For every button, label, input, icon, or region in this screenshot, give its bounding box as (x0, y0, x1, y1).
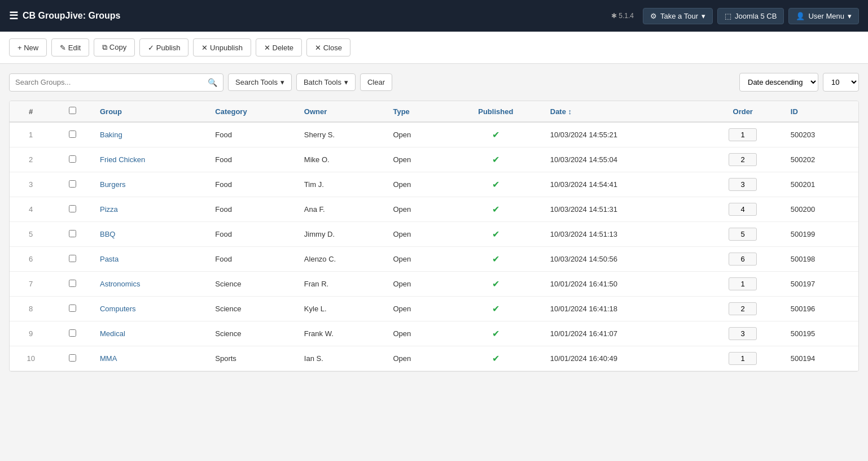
row-order[interactable] (702, 321, 784, 346)
new-button[interactable]: + New (9, 38, 47, 56)
sort-select[interactable]: Date descending Date ascending Name A-Z … (739, 73, 818, 92)
page-size-select[interactable]: 10 20 50 100 (823, 73, 859, 92)
row-checkbox[interactable] (52, 346, 93, 371)
order-input[interactable] (729, 277, 757, 290)
row-checkbox[interactable] (52, 197, 93, 222)
row-type: Open (386, 272, 448, 297)
group-link[interactable]: BBQ (100, 230, 115, 238)
order-input[interactable] (729, 253, 757, 266)
row-checkbox[interactable] (52, 321, 93, 346)
row-select-checkbox[interactable] (69, 280, 76, 287)
unpublish-button[interactable]: ✕ Unpublish (193, 38, 251, 56)
row-order[interactable] (702, 197, 784, 222)
row-order[interactable] (702, 272, 784, 297)
row-checkbox[interactable] (52, 172, 93, 197)
row-order[interactable] (702, 172, 784, 197)
batch-tools-button[interactable]: Batch Tools ▾ (296, 73, 356, 91)
row-order[interactable] (702, 122, 784, 147)
row-select-checkbox[interactable] (69, 205, 76, 212)
order-input[interactable] (729, 327, 757, 340)
order-input[interactable] (729, 178, 757, 191)
row-select-checkbox[interactable] (69, 305, 76, 312)
row-date: 10/03/2024 14:51:31 (543, 197, 702, 222)
app-logo: ☰ CB GroupJive: Groups (9, 10, 604, 22)
col-category[interactable]: Category (208, 101, 297, 122)
row-select-checkbox[interactable] (69, 180, 76, 188)
row-checkbox[interactable] (52, 272, 93, 297)
order-input[interactable] (729, 228, 757, 241)
published-icon: ✔ (492, 279, 499, 289)
take-tour-button[interactable]: ⚙ Take a Tour ▾ (643, 8, 713, 24)
app-title: CB GroupJive: Groups (23, 11, 120, 21)
search-tools-button[interactable]: Search Tools ▾ (228, 73, 292, 91)
close-button[interactable]: ✕ Close (306, 38, 350, 56)
row-checkbox[interactable] (52, 297, 93, 321)
col-id[interactable]: ID (784, 101, 858, 122)
group-link[interactable]: Pizza (100, 205, 118, 214)
col-date[interactable]: Date ↕ (543, 101, 702, 122)
row-category: Food (208, 147, 297, 172)
col-owner[interactable]: Owner (297, 101, 387, 122)
col-type[interactable]: Type (386, 101, 448, 122)
row-checkbox[interactable] (52, 122, 93, 147)
row-order[interactable] (702, 147, 784, 172)
group-link[interactable]: Fried Chicken (100, 155, 145, 164)
row-id: 500196 (784, 297, 858, 321)
delete-button[interactable]: ✕ Delete (256, 38, 302, 56)
row-checkbox[interactable] (52, 247, 93, 272)
user-menu-button[interactable]: 👤 User Menu ▾ (788, 8, 859, 24)
order-input[interactable] (729, 128, 757, 141)
table-row: 8 Computers Science Kyle L. Open ✔ 10/01… (10, 297, 858, 321)
search-submit-button[interactable]: 🔍 (202, 74, 223, 91)
row-select-checkbox[interactable] (69, 255, 76, 262)
table-row: 5 BBQ Food Jimmy D. Open ✔ 10/03/2024 14… (10, 222, 858, 247)
col-order[interactable]: Order (702, 101, 784, 122)
row-id: 500203 (784, 122, 858, 147)
select-all-checkbox[interactable] (69, 107, 76, 114)
row-owner: Ana F. (297, 197, 387, 222)
row-order[interactable] (702, 222, 784, 247)
row-select-checkbox[interactable] (69, 354, 76, 362)
col-published[interactable]: Published (448, 101, 543, 122)
row-checkbox[interactable] (52, 222, 93, 247)
col-checkbox[interactable] (52, 101, 93, 122)
col-group[interactable]: Group (93, 101, 208, 122)
row-select-checkbox[interactable] (69, 155, 76, 163)
row-order[interactable] (702, 297, 784, 321)
row-id: 500194 (784, 346, 858, 371)
publish-button[interactable]: ✓ Publish (139, 38, 188, 56)
joomla-label: Joomla 5 CB (735, 12, 777, 20)
group-link[interactable]: Pasta (100, 255, 119, 263)
copy-button[interactable]: ⧉ Copy (94, 38, 135, 56)
edit-button[interactable]: ✎ Edit (51, 38, 89, 56)
table-row: 1 Baking Food Sherry S. Open ✔ 10/03/202… (10, 122, 858, 147)
group-link[interactable]: Computers (100, 305, 136, 313)
row-select-checkbox[interactable] (69, 230, 76, 237)
clear-button[interactable]: Clear (360, 73, 392, 91)
published-icon: ✔ (492, 304, 499, 314)
group-link[interactable]: Burgers (100, 180, 126, 189)
row-num: 9 (10, 321, 52, 346)
row-category: Food (208, 247, 297, 272)
row-category: Science (208, 321, 297, 346)
order-input[interactable] (729, 352, 757, 365)
row-owner: Sherry S. (297, 122, 387, 147)
row-order[interactable] (702, 247, 784, 272)
order-input[interactable] (729, 302, 757, 315)
user-menu-chevron-icon: ▾ (848, 12, 852, 20)
row-order[interactable] (702, 346, 784, 371)
group-link[interactable]: Medical (100, 329, 125, 338)
order-input[interactable] (729, 203, 757, 216)
row-id: 500202 (784, 147, 858, 172)
group-link[interactable]: Astronomics (100, 280, 141, 288)
row-group: Baking (93, 122, 208, 147)
group-link[interactable]: MMA (100, 354, 117, 363)
row-checkbox[interactable] (52, 147, 93, 172)
row-num: 8 (10, 297, 52, 321)
joomla-button[interactable]: ⬚ Joomla 5 CB (717, 8, 784, 24)
group-link[interactable]: Baking (100, 131, 122, 139)
row-select-checkbox[interactable] (69, 131, 76, 138)
order-input[interactable] (729, 153, 757, 166)
row-select-checkbox[interactable] (69, 329, 76, 337)
search-input[interactable] (10, 74, 202, 90)
